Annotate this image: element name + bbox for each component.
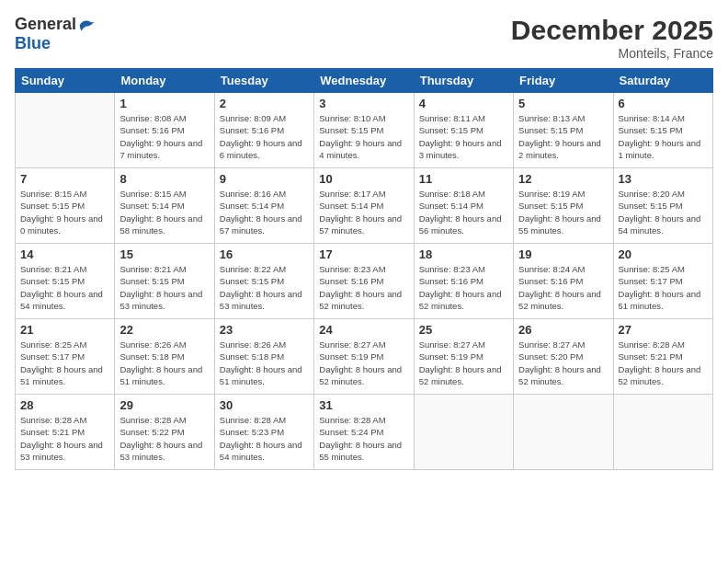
day-info: Sunrise: 8:27 AMSunset: 5:19 PMDaylight:…	[319, 339, 408, 387]
day-number: 8	[119, 172, 209, 186]
day-number: 6	[619, 97, 708, 110]
table-row	[414, 395, 513, 470]
daylight-text: Daylight: 8 hours and 53 minutes.	[119, 440, 202, 462]
day-info: Sunrise: 8:27 AMSunset: 5:19 PMDaylight:…	[419, 339, 508, 387]
sunset-text: Sunset: 5:14 PM	[220, 201, 284, 211]
day-number: 7	[20, 172, 109, 186]
sunset-text: Sunset: 5:15 PM	[319, 125, 383, 135]
day-number: 19	[518, 247, 608, 261]
daylight-text: Daylight: 8 hours and 57 minutes.	[220, 213, 302, 236]
day-info: Sunrise: 8:23 AMSunset: 5:16 PMDaylight:…	[419, 263, 508, 312]
day-info: Sunrise: 8:22 AMSunset: 5:15 PMDaylight:…	[220, 263, 309, 312]
day-info: Sunrise: 8:13 AMSunset: 5:15 PMDaylight:…	[518, 112, 608, 161]
week-row-4: 21Sunrise: 8:25 AMSunset: 5:17 PMDayligh…	[16, 319, 713, 395]
daylight-text: Daylight: 9 hours and 4 minutes.	[319, 138, 402, 160]
day-info: Sunrise: 8:25 AMSunset: 5:17 PMDaylight:…	[20, 339, 109, 387]
sunrise-text: Sunrise: 8:28 AM	[119, 415, 186, 425]
sunset-text: Sunset: 5:16 PM	[220, 125, 284, 135]
calendar-header-row: Sunday Monday Tuesday Wednesday Thursday…	[16, 69, 713, 93]
daylight-text: Daylight: 8 hours and 52 minutes.	[419, 289, 502, 311]
day-number: 9	[220, 172, 309, 186]
sunrise-text: Sunrise: 8:23 AM	[319, 264, 385, 274]
sunset-text: Sunset: 5:17 PM	[20, 351, 85, 362]
day-info: Sunrise: 8:26 AMSunset: 5:18 PMDaylight:…	[220, 339, 309, 387]
daylight-text: Daylight: 8 hours and 54 minutes.	[220, 440, 302, 462]
sunset-text: Sunset: 5:21 PM	[619, 351, 683, 362]
sunrise-text: Sunrise: 8:16 AM	[220, 189, 286, 199]
day-number: 3	[319, 97, 408, 110]
sunset-text: Sunset: 5:21 PM	[20, 427, 85, 437]
sunrise-text: Sunrise: 8:27 AM	[518, 339, 585, 350]
sunrise-text: Sunrise: 8:25 AM	[20, 339, 86, 350]
sunset-text: Sunset: 5:24 PM	[319, 427, 383, 437]
day-info: Sunrise: 8:17 AMSunset: 5:14 PMDaylight:…	[319, 188, 408, 236]
sunset-text: Sunset: 5:15 PM	[20, 201, 85, 211]
sunrise-text: Sunrise: 8:09 AM	[220, 113, 286, 123]
table-row: 12Sunrise: 8:19 AMSunset: 5:15 PMDayligh…	[514, 168, 613, 244]
table-row	[514, 395, 613, 470]
sunset-text: Sunset: 5:15 PM	[619, 201, 683, 211]
daylight-text: Daylight: 8 hours and 51 minutes.	[20, 364, 103, 386]
day-info: Sunrise: 8:28 AMSunset: 5:23 PMDaylight:…	[220, 414, 309, 463]
daylight-text: Daylight: 9 hours and 7 minutes.	[119, 138, 202, 160]
table-row: 16Sunrise: 8:22 AMSunset: 5:15 PMDayligh…	[214, 244, 313, 319]
daylight-text: Daylight: 8 hours and 56 minutes.	[419, 213, 502, 236]
sunrise-text: Sunrise: 8:24 AM	[518, 264, 585, 274]
table-row: 3Sunrise: 8:10 AMSunset: 5:15 PMDaylight…	[314, 93, 414, 168]
sunrise-text: Sunrise: 8:27 AM	[419, 339, 485, 350]
sunset-text: Sunset: 5:14 PM	[319, 201, 383, 211]
table-row: 20Sunrise: 8:25 AMSunset: 5:17 PMDayligh…	[613, 244, 712, 319]
table-row: 18Sunrise: 8:23 AMSunset: 5:16 PMDayligh…	[414, 244, 513, 319]
day-number: 26	[518, 323, 608, 337]
table-row	[16, 93, 115, 168]
daylight-text: Daylight: 9 hours and 2 minutes.	[518, 138, 601, 160]
sunrise-text: Sunrise: 8:21 AM	[20, 264, 86, 274]
table-row: 27Sunrise: 8:28 AMSunset: 5:21 PMDayligh…	[613, 319, 712, 395]
day-number: 31	[319, 398, 408, 412]
day-number: 1	[119, 97, 209, 110]
sunrise-text: Sunrise: 8:18 AM	[419, 189, 485, 199]
location-subtitle: Monteils, France	[511, 46, 713, 61]
sunset-text: Sunset: 5:18 PM	[119, 351, 184, 362]
sunrise-text: Sunrise: 8:17 AM	[319, 189, 385, 199]
sunrise-text: Sunrise: 8:28 AM	[20, 415, 86, 425]
sunset-text: Sunset: 5:15 PM	[619, 125, 683, 135]
sunset-text: Sunset: 5:18 PM	[220, 351, 284, 362]
daylight-text: Daylight: 8 hours and 52 minutes.	[319, 289, 402, 311]
sunset-text: Sunset: 5:23 PM	[220, 427, 284, 437]
sunset-text: Sunset: 5:22 PM	[119, 427, 184, 437]
sunrise-text: Sunrise: 8:08 AM	[119, 113, 186, 123]
day-number: 12	[518, 172, 608, 186]
sunrise-text: Sunrise: 8:28 AM	[319, 415, 385, 425]
sunrise-text: Sunrise: 8:28 AM	[220, 415, 286, 425]
day-info: Sunrise: 8:09 AMSunset: 5:16 PMDaylight:…	[220, 112, 309, 161]
table-row: 25Sunrise: 8:27 AMSunset: 5:19 PMDayligh…	[414, 319, 513, 395]
day-number: 13	[619, 172, 708, 186]
sunset-text: Sunset: 5:16 PM	[518, 276, 583, 286]
table-row: 5Sunrise: 8:13 AMSunset: 5:15 PMDaylight…	[514, 93, 613, 168]
day-number: 20	[619, 247, 708, 261]
day-info: Sunrise: 8:27 AMSunset: 5:20 PMDaylight:…	[518, 339, 608, 387]
logo-bird-icon	[78, 16, 97, 34]
table-row: 21Sunrise: 8:25 AMSunset: 5:17 PMDayligh…	[16, 319, 115, 395]
week-row-1: 1Sunrise: 8:08 AMSunset: 5:16 PMDaylight…	[16, 93, 713, 168]
day-info: Sunrise: 8:20 AMSunset: 5:15 PMDaylight:…	[619, 188, 708, 236]
col-friday: Friday	[514, 69, 613, 93]
sunrise-text: Sunrise: 8:25 AM	[619, 264, 685, 274]
table-row: 7Sunrise: 8:15 AMSunset: 5:15 PMDaylight…	[16, 168, 115, 244]
sunset-text: Sunset: 5:16 PM	[419, 276, 483, 286]
calendar-table: Sunday Monday Tuesday Wednesday Thursday…	[15, 68, 713, 470]
day-number: 17	[319, 247, 408, 261]
sunset-text: Sunset: 5:15 PM	[518, 125, 583, 135]
table-row: 29Sunrise: 8:28 AMSunset: 5:22 PMDayligh…	[115, 395, 214, 470]
table-row: 15Sunrise: 8:21 AMSunset: 5:15 PMDayligh…	[115, 244, 214, 319]
calendar-container: General Blue December 2025 Monteils, Fra…	[0, 0, 728, 563]
daylight-text: Daylight: 8 hours and 51 minutes.	[119, 364, 202, 386]
day-number: 29	[119, 398, 209, 412]
table-row: 1Sunrise: 8:08 AMSunset: 5:16 PMDaylight…	[115, 93, 214, 168]
table-row: 10Sunrise: 8:17 AMSunset: 5:14 PMDayligh…	[314, 168, 414, 244]
daylight-text: Daylight: 9 hours and 1 minute.	[619, 138, 701, 160]
sunrise-text: Sunrise: 8:26 AM	[119, 339, 186, 350]
daylight-text: Daylight: 8 hours and 52 minutes.	[319, 364, 402, 386]
col-tuesday: Tuesday	[214, 69, 313, 93]
